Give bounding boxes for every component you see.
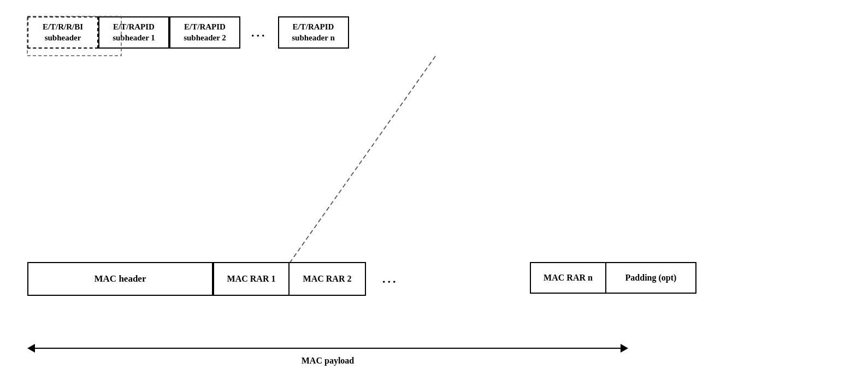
subheader-box-3: E/T/RAPID subheader n <box>278 16 349 49</box>
subheader-label-2-line2: subheader 2 <box>184 33 226 42</box>
subheader-label-1-line2: subheader 1 <box>113 33 155 42</box>
mac-rar1-box: MAC RAR 1 <box>213 262 290 296</box>
subheader-label-1-line1: E/T/RAPID <box>113 22 155 31</box>
bottom-mac-row-left: MAC header MAC RAR 1 MAC RAR 2 ... <box>27 262 415 296</box>
arrow-line <box>35 348 621 349</box>
subheader-label-0-line2: subheader <box>45 33 81 42</box>
mac-header-box: MAC header <box>27 262 213 296</box>
subheader-label-3-line1: E/T/RAPID <box>293 22 334 31</box>
payload-arrow <box>27 344 628 353</box>
mac-rar-n-box: MAC RAR n <box>530 262 606 294</box>
mac-rar1-label: MAC RAR 1 <box>227 273 276 285</box>
bottom-dots-1: ... <box>366 262 415 296</box>
payload-label: MAC payload <box>302 356 354 366</box>
mac-header-label: MAC header <box>95 273 146 285</box>
subheader-label-0-line1: E/T/R/R/BI <box>43 22 83 31</box>
svg-line-1 <box>290 56 435 263</box>
mac-padding-label: Padding (opt) <box>625 273 677 283</box>
top-subheader-row: E/T/R/R/BI subheader E/T/RAPID subheader… <box>27 16 349 49</box>
arrow-right-head <box>621 344 628 353</box>
mac-rar2-label: MAC RAR 2 <box>303 273 352 285</box>
bottom-mac-row-right: MAC RAR n Padding (opt) <box>530 262 696 294</box>
subheader-box-1: E/T/RAPID subheader 1 <box>98 16 169 49</box>
subheader-label-2-line1: E/T/RAPID <box>184 22 226 31</box>
mac-padding-box: Padding (opt) <box>606 262 696 294</box>
mac-rar2-box: MAC RAR 2 <box>290 262 366 296</box>
mac-payload-row: MAC payload <box>27 344 628 366</box>
subheader-label-3-line2: subheader n <box>292 33 335 42</box>
svg-overlay <box>22 11 852 377</box>
arrow-left-head <box>27 344 35 353</box>
subheader-box-2: E/T/RAPID subheader 2 <box>169 16 240 49</box>
top-dots: ... <box>240 16 278 49</box>
mac-rar-n-label: MAC RAR n <box>544 273 593 283</box>
diagram-container: E/T/R/R/BI subheader E/T/RAPID subheader… <box>22 11 852 377</box>
subheader-box-0: E/T/R/R/BI subheader <box>27 16 98 49</box>
